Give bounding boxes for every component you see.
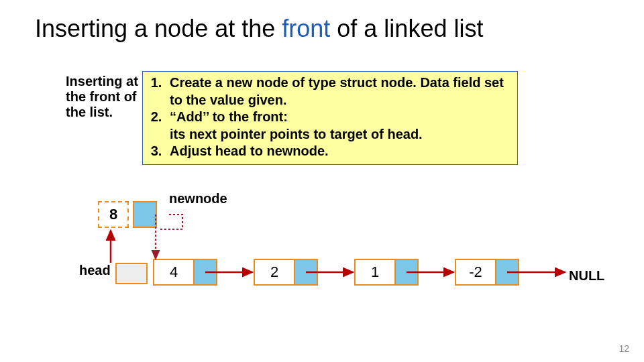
head-ptr-box <box>115 263 148 284</box>
list-node-0: 4 <box>153 259 217 286</box>
title-accent: front <box>282 15 330 42</box>
step-3: Adjust head to newnode. <box>166 143 516 160</box>
node-ptr-1 <box>294 260 317 284</box>
new-node-data: 8 <box>98 201 129 228</box>
node-ptr-2 <box>394 260 417 284</box>
list-node-2: 1 <box>354 259 419 286</box>
list-node-1: 2 <box>254 259 318 286</box>
node-ptr-3 <box>495 260 518 284</box>
title-pre: Inserting a node at the <box>35 15 282 42</box>
slide-title: Inserting a node at the front of a linke… <box>35 15 483 43</box>
newnode-label: newnode <box>169 191 227 206</box>
node-data-3: -2 <box>456 260 495 284</box>
node-data-0: 4 <box>154 260 193 284</box>
arrows-overlay <box>0 0 644 362</box>
steps-box: Create a new node of type struct node. D… <box>142 71 518 165</box>
head-label: head <box>79 263 111 278</box>
node-data-1: 2 <box>255 260 294 284</box>
newnode-label-line <box>158 215 182 229</box>
title-post: of a linked list <box>330 15 483 42</box>
node-data-2: 1 <box>356 260 394 284</box>
left-caption: Inserting at the front of the list. <box>66 74 143 120</box>
step-2-sub: its next pointer points to target of hea… <box>170 127 423 141</box>
page-number: 12 <box>619 343 629 354</box>
list-node-3: -2 <box>455 259 519 286</box>
node-ptr-0 <box>193 260 216 284</box>
step-2: “Add’’ to the front: its next pointer po… <box>166 109 516 143</box>
new-node-ptr <box>133 201 157 228</box>
step-2-text: “Add’’ to the front: <box>170 109 288 124</box>
step-1: Create a new node of type struct node. D… <box>166 74 516 109</box>
null-label: NULL <box>569 268 604 284</box>
new-node: 8 <box>98 201 157 228</box>
